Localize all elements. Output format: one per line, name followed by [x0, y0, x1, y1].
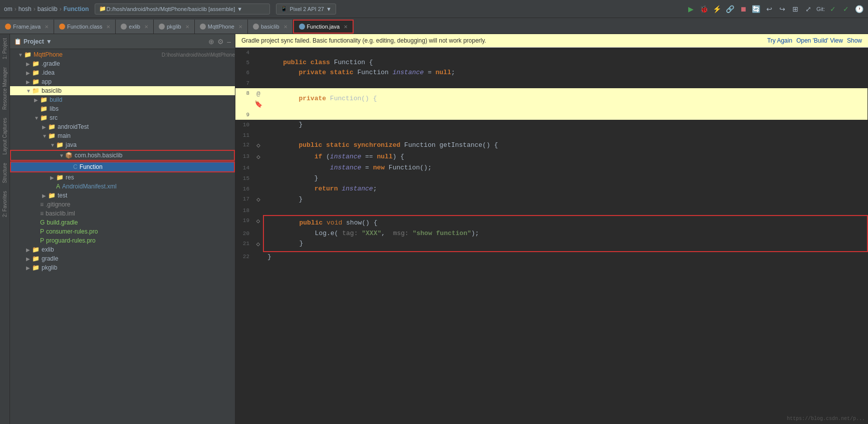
tree-item-build-gradle[interactable]: G build.gradle	[10, 218, 235, 227]
breadcrumb-hosh[interactable]: hosh	[19, 6, 32, 13]
debug-button[interactable]: 🐞	[699, 4, 709, 14]
tree-item-test[interactable]: ▶ 📁 test	[10, 191, 235, 200]
undo-button[interactable]: ↩	[764, 4, 774, 14]
tree-item-com-hosh-basiclib[interactable]: ▼ 📦 com.hosh.basiclib	[10, 150, 235, 161]
tab-close-function-java[interactable]: ✕	[344, 24, 348, 30]
attach-button[interactable]: 🔗	[725, 4, 735, 14]
tree-item-basiclib[interactable]: ▼ 📁 basiclib	[10, 86, 235, 95]
java-file-icon: C	[73, 163, 78, 170]
main-area: 1: Project Resource Manager Layout Captu…	[0, 34, 868, 424]
tab-label-function-java: Function.java	[307, 24, 340, 30]
layout-button[interactable]: ⊞	[790, 4, 800, 14]
side-label-resource-manager[interactable]: Resource Manager	[1, 63, 9, 114]
folder-icon-basiclib: 📁	[32, 87, 40, 94]
folder-icon-exlib: 📁	[32, 246, 40, 253]
line-code-13: if (instance == null) {	[263, 151, 867, 163]
project-folder-icon: 📋	[14, 38, 22, 45]
side-label-favorites[interactable]: 2: Favorites	[1, 187, 9, 221]
project-title-label: Project	[24, 38, 44, 45]
profile-button[interactable]: ⚡	[712, 4, 722, 14]
tree-item-mqttphone[interactable]: ▼ 📁 MqttPhone D:\hosh\android\hosh\MqttP…	[10, 50, 235, 59]
tree-label-androidmanifest: AndroidManifest.xml	[62, 183, 235, 190]
line-code-19: public void show() {	[263, 216, 867, 229]
git-clock[interactable]: 🕐	[854, 4, 864, 14]
tab-close-frame[interactable]: ✕	[45, 24, 49, 30]
breadcrumb-om[interactable]: om	[4, 6, 13, 13]
git-label: Git:	[816, 6, 825, 12]
tab-close-exlib[interactable]: ✕	[144, 24, 148, 30]
notification-bar: Gradle project sync failed. Basic functi…	[235, 34, 868, 48]
minimize-icon[interactable]: –	[227, 38, 231, 46]
tabbar: Frame.java ✕ Function.class ✕ exlib ✕ pk…	[0, 18, 868, 34]
path-selector[interactable]: 📁 D:/hosh/android/hosh/MqttPhone/basicli…	[95, 4, 270, 15]
tree-item-app[interactable]: ▶ 📁 app	[10, 77, 235, 86]
tree-item-gradle-hidden[interactable]: ▶ 📁 .gradle	[10, 59, 235, 68]
tab-label-exlib: exlib	[129, 24, 140, 30]
var-instance-6: instance	[393, 69, 424, 76]
stop-button[interactable]: ⏹	[738, 4, 748, 14]
run-button[interactable]: ▶	[686, 4, 696, 14]
iml-icon: ≡	[40, 210, 44, 217]
code-editor[interactable]: 4 5 public class Function { 6 private st…	[235, 48, 868, 424]
tree-item-androidtest[interactable]: ▶ 📁 androidTest	[10, 122, 235, 131]
tree-item-function[interactable]: C Function	[10, 161, 235, 172]
try-again-link[interactable]: Try Again	[767, 37, 792, 44]
code-line-16: 16 return instance;	[235, 184, 867, 194]
tree-item-res[interactable]: ▶ 📁 res	[10, 173, 235, 182]
breadcrumb-basiclib[interactable]: basiclib	[38, 6, 58, 13]
tree-item-java[interactable]: ▼ 📁 java	[10, 140, 235, 149]
tab-pkglib[interactable]: pkglib ✕	[154, 20, 195, 34]
side-label-project[interactable]: 1: Project	[1, 34, 9, 63]
tree-item-pkglib[interactable]: ▶ 📁 pkglib	[10, 263, 235, 272]
line-gutter-8: @ 🔖	[253, 88, 263, 110]
tree-label-exlib: exlib	[42, 246, 235, 253]
tab-close-pkglib[interactable]: ✕	[185, 24, 189, 30]
var-instance-13: instance	[330, 153, 361, 160]
tree-item-consumer-rules[interactable]: P consumer-rules.pro	[10, 227, 235, 236]
tab-label-mqttphone: MqttPhone	[208, 24, 234, 30]
tab-close-basiclib[interactable]: ✕	[283, 24, 287, 30]
tab-basiclib[interactable]: basiclib ✕	[248, 20, 293, 34]
tree-item-libs[interactable]: 📁 libs	[10, 104, 235, 113]
git-check1[interactable]: ✓	[828, 4, 838, 14]
path-icon: 📁	[99, 6, 106, 12]
breadcrumb-function[interactable]: Function	[64, 6, 89, 13]
line-code-7	[263, 78, 867, 88]
tree-item-gitignore[interactable]: ≡ .gitignore	[10, 200, 235, 209]
tab-close-function-class[interactable]: ✕	[106, 24, 110, 30]
tree-item-idea[interactable]: ▶ 📁 .idea	[10, 68, 235, 77]
settings-icon[interactable]: ⚙	[217, 38, 224, 46]
tab-close-mqttphone[interactable]: ✕	[238, 24, 242, 30]
side-label-structure[interactable]: Structure	[1, 159, 9, 187]
line-gutter-20	[253, 229, 263, 239]
tree-item-androidmanifest[interactable]: A AndroidManifest.xml	[10, 182, 235, 191]
tree-item-main[interactable]: ▼ 📁 main	[10, 131, 235, 140]
tree-item-gradle[interactable]: ▶ 📁 gradle	[10, 254, 235, 263]
redo-button[interactable]: ↪	[777, 4, 787, 14]
folder-icon-res: 📁	[56, 174, 64, 181]
side-label-captures[interactable]: Layout Captures	[1, 114, 9, 158]
tab-mqttphone[interactable]: MqttPhone ✕	[195, 20, 248, 34]
tab-exlib[interactable]: exlib ✕	[116, 20, 154, 34]
line-code-8: private Function() {	[263, 88, 867, 110]
project-dropdown-arrow[interactable]: ▼	[46, 38, 52, 45]
line-num-21: 21	[235, 239, 253, 252]
gitignore-icon: ≡	[40, 201, 44, 208]
fullscreen-button[interactable]: ⤢	[803, 4, 813, 14]
tab-function-class[interactable]: Function.class ✕	[54, 20, 116, 34]
tab-frame-java[interactable]: Frame.java ✕	[0, 20, 54, 34]
show-link[interactable]: Show	[847, 37, 862, 44]
tree-item-src[interactable]: ▼ 📁 src	[10, 113, 235, 122]
open-build-view-link[interactable]: Open 'Build' View	[796, 37, 843, 44]
tree-item-basiclib-iml[interactable]: ≡ basiclib.iml	[10, 209, 235, 218]
tree-item-build[interactable]: ▶ 📁 build	[10, 95, 235, 104]
sync-button[interactable]: 🔄	[751, 4, 761, 14]
tree-item-exlib[interactable]: ▶ 📁 exlib	[10, 245, 235, 254]
git-check2[interactable]: ✓	[841, 4, 851, 14]
tab-function-java[interactable]: Function.java ✕	[293, 20, 354, 34]
locate-icon[interactable]: ⊕	[208, 38, 214, 46]
device-icon: 📱	[280, 6, 287, 12]
tree-path-mqttphone: D:\hosh\android\hosh\MqttPhone	[162, 52, 235, 58]
tree-item-proguard-rules[interactable]: P proguard-rules.pro	[10, 236, 235, 245]
device-selector[interactable]: 📱 Pixel 2 API 27 ▼	[276, 4, 336, 15]
